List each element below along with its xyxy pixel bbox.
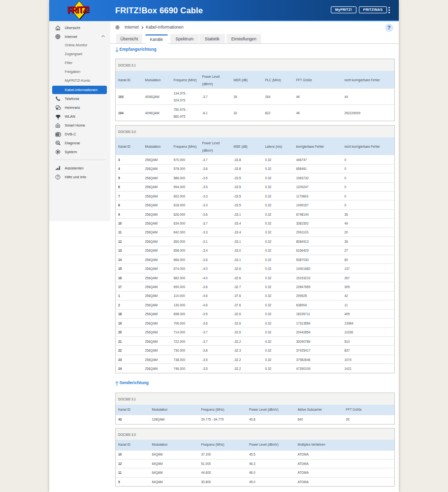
- svg-text:FRITZ!: FRITZ!: [67, 4, 90, 16]
